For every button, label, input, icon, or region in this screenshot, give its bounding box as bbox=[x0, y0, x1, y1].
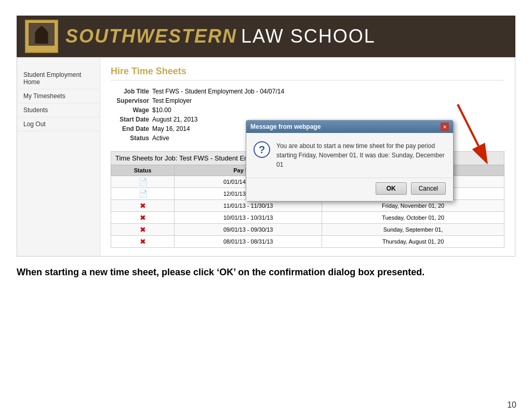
status-cell: ✖ bbox=[111, 200, 175, 212]
main-content: Hire Time Sheets Job Title Test FWS - St… bbox=[100, 58, 515, 256]
page-title: Hire Time Sheets bbox=[111, 66, 504, 80]
table-row: ✖08/01/13 - 08/31/13Thursday, August 01,… bbox=[111, 236, 504, 248]
start-date-cell: Thursday, August 01, 20 bbox=[322, 236, 504, 248]
col-status: Status bbox=[111, 165, 175, 176]
building-icon bbox=[32, 25, 51, 44]
wage-value: $10.00 bbox=[152, 105, 287, 115]
dialog-info-icon: ? bbox=[254, 141, 270, 158]
sidebar-item-students[interactable]: Students bbox=[17, 103, 100, 117]
dialog-cancel-button[interactable]: Cancel bbox=[411, 182, 446, 195]
supervisor-value: Test Employer bbox=[152, 96, 287, 105]
x-icon: ✖ bbox=[139, 213, 147, 222]
logo-emblem: FOUNDED 1911 bbox=[25, 20, 58, 53]
dialog-overlay: Message from webpage ✕ ? You are about t… bbox=[246, 120, 454, 202]
table-row: ✖09/01/13 - 09/30/13Sunday, September 01… bbox=[111, 224, 504, 236]
status-cell: ✖ bbox=[111, 236, 175, 248]
start-date-cell: Sunday, September 01, bbox=[322, 224, 504, 236]
timesheets-title-label: Time Sheets for Job: bbox=[115, 154, 177, 162]
dialog-close-button[interactable]: ✕ bbox=[441, 123, 449, 131]
bottom-instruction-text: When starting a new time sheet, please c… bbox=[17, 266, 515, 279]
job-title-value: Test FWS - Student Employment Job - 04/0… bbox=[152, 87, 287, 96]
founded-text: FOUNDED 1911 bbox=[27, 47, 57, 50]
x-icon: ✖ bbox=[139, 202, 147, 210]
page-number: 10 bbox=[507, 400, 516, 410]
sidebar: Student Employment Home My Timesheets St… bbox=[17, 58, 100, 256]
x-icon: ✖ bbox=[139, 225, 147, 234]
logo-southwestern: SOUTHWESTERN bbox=[65, 25, 237, 47]
status-cell: ✖ bbox=[111, 212, 175, 224]
start-date-label: Start Date bbox=[111, 115, 152, 124]
status-cell: ✖ bbox=[111, 224, 175, 236]
pay-period-cell: 08/01/13 - 08/31/13 bbox=[175, 236, 322, 248]
end-date-label: End Date bbox=[111, 124, 152, 133]
dialog-title: Message from webpage bbox=[250, 123, 321, 130]
logo-lawschool: LAW SCHOOL bbox=[241, 25, 376, 47]
dialog-ok-button[interactable]: OK bbox=[376, 182, 407, 195]
sidebar-item-my-timesheets[interactable]: My Timesheets bbox=[17, 89, 100, 103]
start-date-cell: Tuesday, October 01, 20 bbox=[322, 212, 504, 224]
status-cell: 📄 bbox=[111, 176, 175, 188]
doc-icon: 📄 bbox=[139, 178, 147, 186]
logo-emblem-inner bbox=[29, 23, 55, 46]
logo-bar: FOUNDED 1911 SOUTHWESTERN LAW SCHOOL bbox=[17, 16, 515, 57]
sidebar-item-student-employment-home[interactable]: Student Employment Home bbox=[17, 68, 100, 89]
supervisor-label: Supervisor bbox=[111, 96, 152, 105]
pay-period-cell: 09/01/13 - 09/30/13 bbox=[175, 224, 322, 236]
sidebar-item-logout[interactable]: Log Out bbox=[17, 117, 100, 131]
table-row: ✖10/01/13 - 10/31/13Tuesday, October 01,… bbox=[111, 212, 504, 224]
dialog-message: You are about to start a new time sheet … bbox=[276, 141, 446, 169]
status-label: Status bbox=[111, 133, 152, 143]
pay-period-cell: 10/01/13 - 10/31/13 bbox=[175, 212, 322, 224]
slide: FOUNDED 1911 SOUTHWESTERN LAW SCHOOL Stu… bbox=[0, 0, 532, 416]
job-title-label: Job Title bbox=[111, 87, 152, 96]
dialog-titlebar: Message from webpage ✕ bbox=[246, 120, 453, 133]
dialog-body: ? You are about to start a new time shee… bbox=[246, 133, 453, 178]
status-cell: 📄 bbox=[111, 188, 175, 200]
dialog-buttons: OK Cancel bbox=[246, 178, 453, 201]
logo-text: SOUTHWESTERN LAW SCHOOL bbox=[65, 25, 376, 47]
doc-icon: 📄 bbox=[139, 190, 147, 198]
content-area: Student Employment Home My Timesheets St… bbox=[17, 57, 515, 257]
x-icon: ✖ bbox=[139, 237, 147, 246]
wage-label: Wage bbox=[111, 105, 152, 115]
